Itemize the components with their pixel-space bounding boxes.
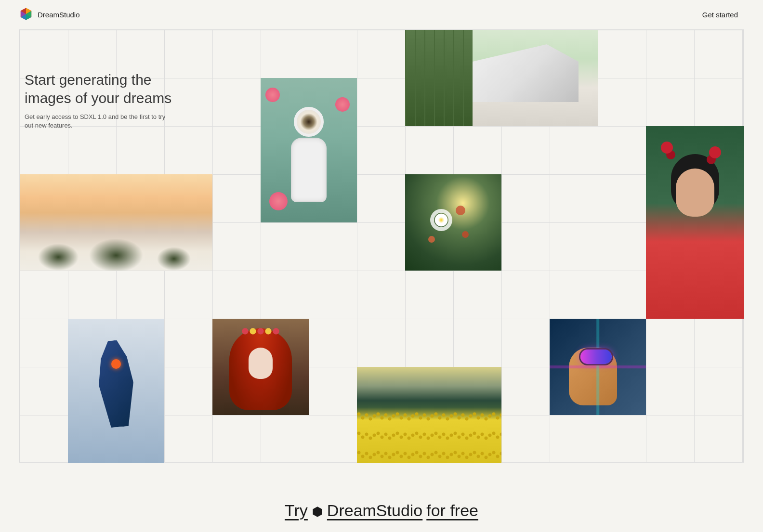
logo-icon: [19, 7, 33, 23]
cta-brand: DreamStudio: [327, 501, 422, 520]
gallery-tile-modern-house[interactable]: [405, 30, 598, 126]
rose-decoration: [265, 88, 280, 102]
gallery-tile-dog-vr[interactable]: [550, 319, 646, 415]
header: DreamStudio Get started: [0, 0, 763, 29]
cta-section: Try DreamStudio for free: [0, 463, 763, 532]
brand-name: DreamStudio: [38, 11, 80, 19]
neon-background: [550, 319, 646, 415]
rose-decoration: [335, 97, 350, 112]
hero-title: Start generating the images of your drea…: [25, 71, 193, 107]
cta-prefix: Try: [285, 501, 308, 520]
gallery-tile-scifi-robot[interactable]: [68, 319, 164, 463]
rose-decoration: [269, 192, 288, 210]
hero-subtitle: Get early access to SDXL 1.0 and be the …: [25, 113, 174, 130]
gallery-tile-frida-portrait[interactable]: [646, 126, 744, 319]
gallery-tile-beach-sunset[interactable]: [20, 174, 212, 271]
gallery-tile-redhair-woman[interactable]: [212, 319, 309, 415]
brand-logo-group[interactable]: DreamStudio: [19, 7, 80, 23]
flower-crown-decoration: [241, 326, 280, 336]
hero-text-block: Start generating the images of your drea…: [25, 71, 193, 130]
svg-marker-7: [313, 506, 322, 517]
gallery-tile-yellow-field[interactable]: [357, 367, 501, 463]
get-started-button[interactable]: Get started: [697, 7, 744, 23]
gallery-tile-wildflowers[interactable]: [405, 174, 501, 271]
hexagon-icon: [312, 501, 323, 520]
gallery-tile-astronaut-roses[interactable]: [261, 78, 357, 222]
try-free-link[interactable]: Try DreamStudio for free: [285, 501, 478, 520]
gallery-canvas: Start generating the images of your drea…: [19, 29, 744, 463]
cta-suffix: for free: [426, 501, 478, 520]
